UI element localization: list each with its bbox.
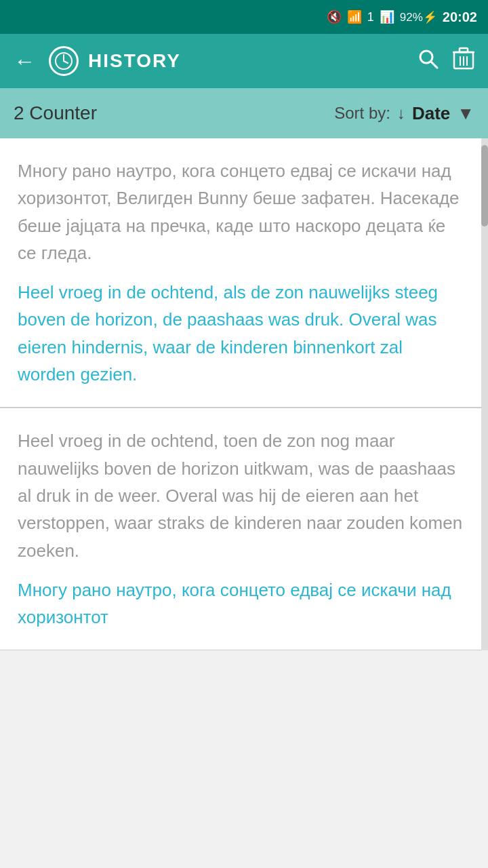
search-button[interactable] <box>418 48 439 75</box>
sort-direction-icon: ↓ <box>397 104 405 123</box>
history-card-1: Многу рано наутро, кога сонцето едвај се… <box>0 138 481 408</box>
scrollbar-thumb[interactable] <box>481 145 488 226</box>
sort-label: Sort by: <box>334 104 390 123</box>
page-title: HISTORY <box>88 50 181 72</box>
signal-icon: 📊 <box>380 9 394 24</box>
status-bar: 🔇 📶 1 📊 92%⚡ 20:02 <box>0 0 488 34</box>
sort-value: Date <box>412 103 450 124</box>
status-time: 20:02 <box>443 9 477 25</box>
top-bar-actions <box>418 47 474 76</box>
mute-icon: 🔇 <box>327 9 342 24</box>
wifi-icon: 📶 <box>347 9 362 24</box>
delete-button[interactable] <box>453 47 474 76</box>
card-1-original: Многу рано наутро, кога сонцето едвај се… <box>18 157 464 267</box>
sim-icon: 1 <box>367 10 374 24</box>
card-1-translated: Heel vroeg in de ochtend, als de zon nau… <box>18 279 464 388</box>
top-bar: ← HISTORY <box>0 34 488 88</box>
history-list: Многу рано наутро, кога сонцето едвај се… <box>0 138 481 650</box>
trash-icon <box>453 47 474 71</box>
title-area: HISTORY <box>49 46 404 76</box>
content-area: Многу рано наутро, кога сонцето едвај се… <box>0 138 488 650</box>
sort-area[interactable]: Sort by: ↓ Date ▼ <box>334 103 474 124</box>
card-2-original: Heel vroeg in de ochtend, toen de zon no… <box>18 427 464 564</box>
counter-label: 2 Counter <box>14 102 97 124</box>
sub-header: 2 Counter Sort by: ↓ Date ▼ <box>0 88 488 138</box>
status-icons: 🔇 📶 1 📊 92%⚡ 20:02 <box>327 9 477 25</box>
svg-rect-7 <box>460 48 468 52</box>
svg-line-4 <box>431 62 437 68</box>
battery-text: 92%⚡ <box>400 10 437 24</box>
svg-line-2 <box>64 61 68 63</box>
clock-svg <box>54 52 73 71</box>
sort-dropdown-icon[interactable]: ▼ <box>457 103 474 124</box>
search-icon <box>418 48 439 70</box>
back-button[interactable]: ← <box>14 49 35 74</box>
history-card-2: Heel vroeg in de ochtend, toen de zon no… <box>0 408 481 650</box>
card-2-translated: Многу рано наутро, кога сонцето едвај се… <box>18 576 464 631</box>
clock-icon <box>49 46 79 76</box>
scrollbar-track[interactable] <box>481 138 488 650</box>
